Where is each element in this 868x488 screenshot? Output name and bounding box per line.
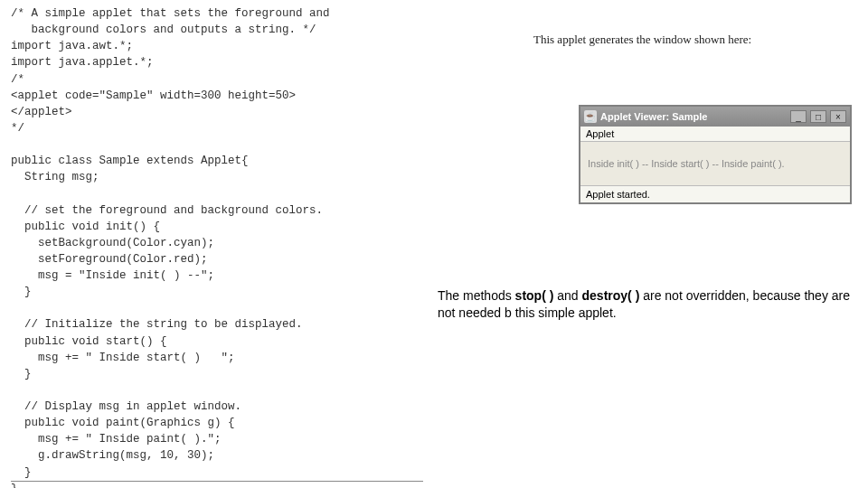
close-button[interactable]: × bbox=[830, 110, 846, 123]
window-caption: This applet generates the window shown h… bbox=[533, 33, 751, 47]
java-icon: ☕ bbox=[584, 110, 597, 123]
window-title: Applet Viewer: Sample bbox=[600, 111, 787, 122]
applet-output-text: Inside init( ) -- Inside start( ) -- Ins… bbox=[588, 158, 785, 169]
note-method-stop: stop( ) bbox=[515, 288, 554, 303]
note-method-destroy: destroy( ) bbox=[582, 288, 640, 303]
applet-canvas: Inside init( ) -- Inside start( ) -- Ins… bbox=[580, 142, 850, 185]
minimize-button[interactable]: _ bbox=[790, 110, 807, 123]
status-text: Applet started. bbox=[586, 189, 650, 200]
explanatory-note: The methods stop( ) and destroy( ) are n… bbox=[438, 287, 863, 322]
menu-applet[interactable]: Applet bbox=[586, 128, 614, 139]
applet-viewer-window: ☕ Applet Viewer: Sample _ □ × Applet Ins… bbox=[579, 105, 852, 204]
divider bbox=[11, 481, 423, 482]
code-listing: /* A simple applet that sets the foregro… bbox=[11, 5, 330, 488]
menu-bar[interactable]: Applet bbox=[580, 127, 850, 142]
status-bar: Applet started. bbox=[580, 185, 850, 202]
note-text: The methods bbox=[438, 288, 515, 303]
note-text: and bbox=[553, 288, 581, 303]
maximize-button[interactable]: □ bbox=[810, 110, 826, 123]
titlebar[interactable]: ☕ Applet Viewer: Sample _ □ × bbox=[580, 107, 850, 127]
